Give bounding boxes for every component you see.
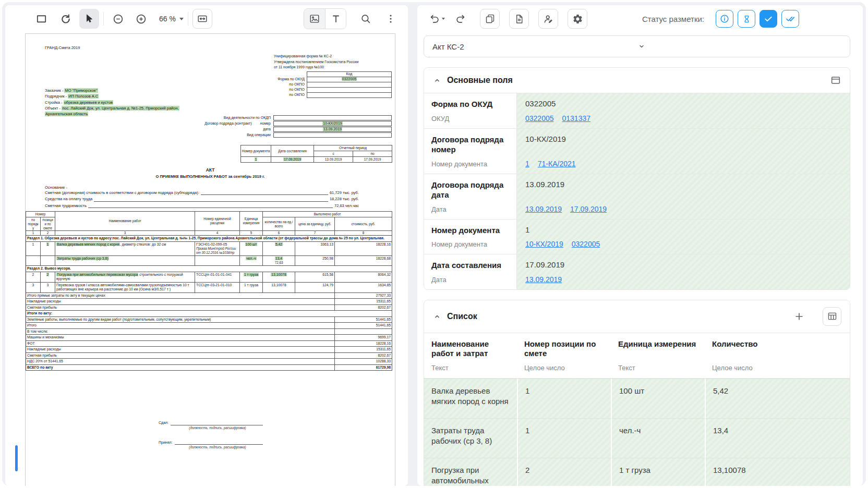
- list-cell[interactable]: 2: [517, 458, 611, 486]
- list-cell[interactable]: 100 шт: [611, 379, 705, 418]
- list-cell[interactable]: 1: [517, 418, 611, 458]
- field-value: 0322005: [525, 99, 841, 108]
- plus-icon: [793, 311, 805, 322]
- check-icon: [763, 14, 774, 24]
- more-options-button[interactable]: [381, 9, 401, 29]
- highlighted-value[interactable]: Валка деревьев мягких пород с корня: [56, 242, 120, 246]
- field-label: Договора подряда номер: [431, 135, 509, 155]
- suggestion-link[interactable]: 17.09.2019: [570, 205, 607, 213]
- status-verified-button[interactable]: [781, 10, 799, 28]
- fields-panel-toggle-button[interactable]: [830, 75, 841, 86]
- doc-cell: 51441,65: [335, 316, 392, 322]
- list-cell[interactable]: 13,4: [705, 418, 850, 458]
- field-label-cell: Форма по ОКУДОКУД: [424, 93, 517, 128]
- highlighted-value[interactable]: чел.-ч: [246, 257, 257, 260]
- zoom-level-select[interactable]: 66 %: [159, 15, 184, 23]
- highlighted-value[interactable]: Погрузка при автомобильных перевозках му…: [56, 273, 138, 276]
- zoom-in-button[interactable]: [131, 9, 151, 29]
- list-collapse-button[interactable]: [432, 312, 442, 321]
- highlighted-value[interactable]: 1 т груза: [244, 273, 259, 276]
- highlighted-value[interactable]: 1: [255, 157, 258, 161]
- status-pending-button[interactable]: [738, 10, 755, 28]
- list-cell[interactable]: чел.-ч: [611, 418, 705, 458]
- highlighted-value[interactable]: 2: [46, 273, 50, 276]
- suggestion-link[interactable]: 0131337: [562, 114, 591, 123]
- doc-cell-subtext: 72,63: [264, 261, 294, 265]
- list-cell[interactable]: Погрузка при автомобильных перевозках му…: [424, 458, 517, 486]
- fields-collapse-button[interactable]: [432, 76, 442, 85]
- image-view-toggle[interactable]: [304, 9, 325, 29]
- highlighted-value[interactable]: 17.09.2019: [283, 157, 302, 161]
- suggestion-link[interactable]: 71-КА/2021: [538, 160, 576, 168]
- table-view-button[interactable]: [823, 307, 841, 326]
- list-cell[interactable]: Валка деревьев мягких пород с корня: [424, 379, 517, 418]
- copy-document-button[interactable]: [480, 9, 500, 29]
- field-value-cell[interactable]: 032200503220050131337: [517, 93, 850, 128]
- document-type-select[interactable]: Акт КС-2: [424, 35, 850, 57]
- settings-button[interactable]: [568, 9, 587, 29]
- status-info-button[interactable]: [716, 10, 733, 28]
- doc-info-header: Номер документа: [241, 145, 271, 157]
- suggestion-link[interactable]: 1: [525, 160, 529, 168]
- gear-icon: [572, 14, 583, 25]
- zoom-out-button[interactable]: [108, 9, 128, 29]
- undo-button[interactable]: [425, 9, 449, 29]
- list-cell[interactable]: 13,10078: [705, 458, 850, 486]
- doc-col-number: 7: [295, 231, 335, 236]
- highlighted-value[interactable]: 1: [46, 242, 50, 246]
- highlighted-value[interactable]: 100 шт: [245, 242, 258, 246]
- doc-cell: Раздел 2. Вывоз мусора.: [26, 266, 392, 272]
- highlighted-value[interactable]: 13,4: [275, 257, 283, 260]
- text-view-toggle[interactable]: [325, 9, 346, 29]
- highlighted-value[interactable]: Затраты труда рабочих (ср 3,8): [56, 257, 109, 260]
- highlighted-value[interactable]: 0322005: [342, 77, 357, 81]
- doc-cell: Машины и механизмы: [26, 335, 335, 340]
- doc-cost-line: Сметная (договорная) стоимость в соответ…: [45, 190, 359, 195]
- highlighted-value[interactable]: МО "Приморское": [64, 88, 98, 93]
- search-button[interactable]: [356, 9, 376, 29]
- redo-icon: [455, 13, 466, 25]
- highlighted-value[interactable]: 5,42: [275, 242, 283, 246]
- list-cell[interactable]: Затраты труда рабочих (ср 3, 8): [424, 418, 517, 458]
- crop-tool-button[interactable]: [31, 9, 51, 29]
- field-value-cell[interactable]: 10-КХ/2019171-КА/2021: [517, 129, 850, 174]
- suggestion-link[interactable]: 10-КХ/2019: [525, 240, 563, 248]
- doc-code-title: Код: [307, 72, 392, 77]
- cursor-tool-button[interactable]: [79, 9, 99, 29]
- highlighted-value[interactable]: ИП Полозов А.С: [68, 94, 99, 99]
- document-canvas[interactable]: ГРАНД-Смета 2019 Унифицированная форма №…: [5, 32, 408, 486]
- doc-code-label: по ОКПО: [221, 82, 307, 88]
- suggestion-link[interactable]: 13.09.2019: [525, 275, 562, 284]
- suggestion-link[interactable]: 0322005: [525, 114, 554, 123]
- suggestion-link[interactable]: 13.09.2019: [525, 205, 562, 213]
- document-template-button[interactable]: [509, 9, 529, 29]
- highlighted-value[interactable]: 13,10078: [271, 273, 286, 276]
- doc-signature-line: [171, 421, 263, 425]
- field-value-cell[interactable]: 17.09.201913.09.2019: [517, 254, 850, 289]
- list-cell[interactable]: 1 т груза: [611, 458, 705, 486]
- doc-cell: Затраты труда рабочих (ср 3,8): [55, 255, 195, 265]
- vertical-scrollbar-thumb[interactable]: [15, 445, 18, 471]
- field-value: 17.09.2019: [525, 260, 841, 269]
- user-edit-button[interactable]: [538, 9, 558, 29]
- doc-cell: Накладные расходы: [26, 299, 335, 304]
- document-viewer-panel: 66 % ГРАНД-Смета 2019 Унифицирова: [5, 5, 408, 486]
- list-cell[interactable]: 1: [517, 379, 611, 418]
- doc-cell: 2: [41, 272, 55, 282]
- field-value-cell[interactable]: 110-КХ/20190322005: [517, 219, 850, 254]
- redo-button[interactable]: [451, 9, 471, 29]
- field-value-cell[interactable]: 13.09.201913.09.201917.09.2019: [517, 174, 850, 219]
- rotate-tool-button[interactable]: [55, 9, 75, 29]
- suggestion-link[interactable]: 0322005: [572, 240, 600, 248]
- list-cell[interactable]: 5,42: [705, 379, 850, 418]
- doc-signature-label: Сдал:: [159, 421, 168, 425]
- add-row-button[interactable]: [793, 311, 805, 322]
- fit-width-button[interactable]: [192, 9, 212, 29]
- doc-registry-row: Вид деятельности по ОКДП: [26, 115, 392, 120]
- status-approved-button[interactable]: [760, 10, 777, 28]
- highlighted-value[interactable]: обрезка деревьев и кустов: [64, 100, 113, 105]
- highlighted-value[interactable]: 13.09.2019: [323, 127, 342, 132]
- highlighted-value[interactable]: 10-КХ/2019: [322, 121, 342, 126]
- highlighted-value[interactable]: пос. Лайский Док, ул. Центральная д. №1-…: [45, 106, 179, 116]
- party-label: Стройка -: [45, 100, 64, 105]
